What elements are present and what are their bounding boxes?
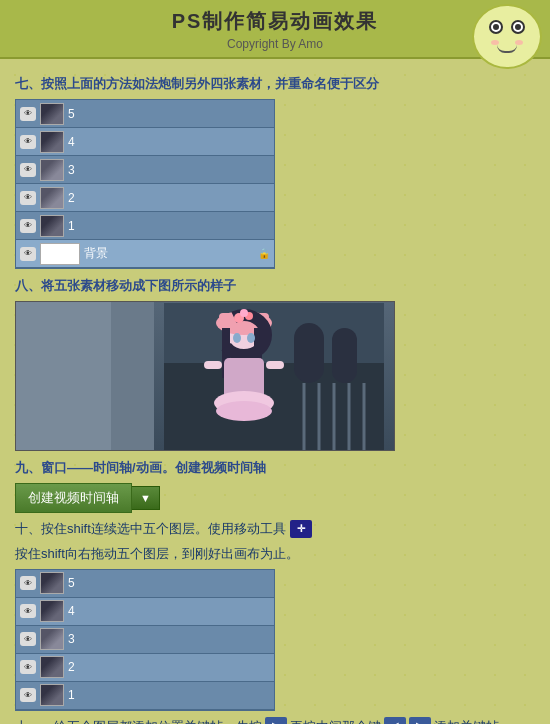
layer-eye-5[interactable]: 👁 [20, 107, 36, 121]
frog-blush-right [515, 40, 523, 45]
layer-eye-3[interactable]: 👁 [20, 163, 36, 177]
svg-rect-2 [294, 323, 324, 383]
layer-thumb-2 [40, 187, 64, 209]
step8-title: 八、将五张素材移动成下图所示的样子 [15, 277, 535, 295]
layer2-row-2: 👁 2 [16, 654, 274, 682]
layer-eye-4[interactable]: 👁 [20, 135, 36, 149]
play-btn-icon: ▶ [265, 717, 287, 724]
layer2-row-5: 👁 5 [16, 570, 274, 598]
layer-thumb-5 [40, 103, 64, 125]
svg-point-19 [216, 401, 272, 421]
layers-panel-inner-1: 👁 5 👁 4 👁 [15, 99, 275, 269]
move-tool-icon: ✛ [290, 520, 312, 538]
step11-text1: 十一、给五个图层都添加位置关键帧。先按 [15, 715, 262, 724]
svg-rect-3 [332, 328, 357, 383]
layer2-thumb-4 [40, 600, 64, 622]
page-wrapper: PS制作简易动画效果 Copyright By Amo [0, 0, 550, 724]
step7-title: 七、按照上面的方法如法炮制另外四张素材，并重命名便于区分 [15, 75, 535, 93]
svg-point-22 [240, 309, 248, 317]
step11-text3: 添加关键帧 [434, 715, 499, 724]
layers-panel-1: 👁 5 👁 4 👁 [15, 99, 535, 269]
step11-text2: 再按中间那个键 [290, 715, 381, 724]
image-display [15, 301, 395, 451]
prev-frame-icon: ◀ [384, 717, 406, 724]
timeline-dropdown-button[interactable]: ▼ [132, 486, 160, 510]
layer2-eye-1[interactable]: 👁 [20, 688, 36, 702]
layer-row-1: 👁 1 [16, 212, 274, 240]
create-timeline-button[interactable]: 创建视频时间轴 [15, 483, 132, 513]
step10-text1: 十、按住shift连续选中五个图层。使用移动工具 [15, 519, 286, 540]
next-frame-icon: ▶ [409, 717, 431, 724]
svg-rect-23 [204, 361, 222, 369]
layer-row-2: 👁 2 [16, 184, 274, 212]
step8-section: 八、将五张素材移动成下图所示的样子 [15, 277, 535, 451]
layer-row-3: 👁 3 [16, 156, 274, 184]
svg-point-15 [233, 333, 241, 343]
layers-panel-2: 👁 5 👁 4 👁 [15, 569, 535, 711]
layer2-thumb-3 [40, 628, 64, 650]
layer-name-5: 5 [68, 107, 270, 121]
layer2-name-2: 2 [68, 660, 270, 674]
layer2-row-1: 👁 1 [16, 682, 274, 710]
layer2-row-3: 👁 3 [16, 626, 274, 654]
svg-rect-24 [266, 361, 284, 369]
step9-title: 九、窗口——时间轴/动画。创建视频时间轴 [15, 459, 535, 477]
frog-eye-right [511, 20, 525, 34]
layer2-name-1: 1 [68, 688, 270, 702]
frog-blush-left [491, 40, 499, 45]
page-title: PS制作简易动画效果 [0, 8, 550, 35]
frog-mouth [497, 45, 517, 53]
layer2-eye-2[interactable]: 👁 [20, 660, 36, 674]
layer2-eye-4[interactable]: 👁 [20, 604, 36, 618]
layer-eye-2[interactable]: 👁 [20, 191, 36, 205]
layer2-thumb-1 [40, 684, 64, 706]
step11-desc: 十一、给五个图层都添加位置关键帧。先按 ▶ 再按中间那个键 ◀ ▶ 添加关键帧 [15, 715, 535, 724]
step10-text2: 按住shift向右拖动五个图层，到刚好出画布为止。 [15, 544, 299, 565]
layer-name-1: 1 [68, 219, 270, 233]
frog-eye-left [489, 20, 503, 34]
layer2-thumb-5 [40, 572, 64, 594]
step10-desc: 十、按住shift连续选中五个图层。使用移动工具 ✛ 按住shift向右拖动五个… [15, 519, 535, 565]
layer-thumb-4 [40, 131, 64, 153]
layer-name-3: 3 [68, 163, 270, 177]
layer-thumb-bg [40, 243, 80, 265]
layer2-row-4: 👁 4 [16, 598, 274, 626]
frog-mascot [472, 4, 542, 69]
layer-thumb-1 [40, 215, 64, 237]
layer-row-4: 👁 4 [16, 128, 274, 156]
layer2-eye-3[interactable]: 👁 [20, 632, 36, 646]
create-timeline-wrapper: 创建视频时间轴 ▼ [15, 483, 535, 513]
layer-thumb-3 [40, 159, 64, 181]
layers-panel-inner-2: 👁 5 👁 4 👁 [15, 569, 275, 711]
layer-eye-1[interactable]: 👁 [20, 219, 36, 233]
layer-name-bg: 背景 [84, 245, 254, 262]
layer-row-bg: 👁 背景 🔒 [16, 240, 274, 268]
layer-row-5: 👁 5 [16, 100, 274, 128]
header: PS制作简易动画效果 Copyright By Amo [0, 0, 550, 59]
anime-character [154, 302, 394, 451]
layer2-eye-5[interactable]: 👁 [20, 576, 36, 590]
content-area: 七、按照上面的方法如法炮制另外四张素材，并重命名便于区分 👁 5 👁 4 [0, 59, 550, 724]
svg-point-16 [247, 333, 255, 343]
strip-1 [16, 302, 111, 450]
layer2-thumb-2 [40, 656, 64, 678]
layer-name-2: 2 [68, 191, 270, 205]
layer2-name-3: 3 [68, 632, 270, 646]
layer-eye-bg[interactable]: 👁 [20, 247, 36, 261]
layer-name-4: 4 [68, 135, 270, 149]
lock-icon: 🔒 [258, 248, 270, 259]
layer2-name-5: 5 [68, 576, 270, 590]
copyright-text: Copyright By Amo [0, 37, 550, 51]
layer2-name-4: 4 [68, 604, 270, 618]
